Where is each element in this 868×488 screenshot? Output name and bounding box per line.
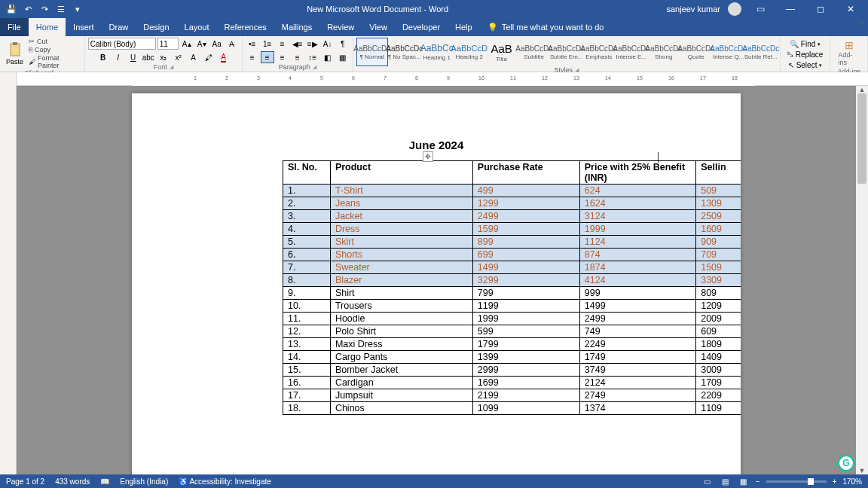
cell-price[interactable]: 1999 bbox=[579, 223, 695, 236]
ruler-horizontal[interactable]: 123456789101112131415161718 bbox=[0, 72, 868, 86]
table-row[interactable]: 15.Bomber Jacket299937493009 bbox=[283, 364, 741, 377]
paste-button[interactable]: Paste bbox=[3, 41, 26, 67]
tab-home[interactable]: Home bbox=[29, 18, 66, 36]
cell-rate[interactable]: 1199 bbox=[472, 300, 579, 313]
cell-selling[interactable]: 3309 bbox=[696, 274, 741, 287]
tab-file[interactable]: File bbox=[0, 18, 29, 36]
dialog-launcher-icon[interactable]: ◢ bbox=[170, 64, 173, 70]
cell-product[interactable]: Cargo Pants bbox=[330, 351, 472, 364]
minimize-icon[interactable]: — bbox=[779, 4, 802, 14]
cell-selling[interactable]: 3009 bbox=[696, 364, 741, 377]
font-color-button[interactable]: A bbox=[217, 51, 231, 63]
header-product[interactable]: Product bbox=[330, 161, 472, 185]
zoom-level[interactable]: 170% bbox=[842, 477, 862, 486]
scroll-up-icon[interactable]: ▲ bbox=[856, 86, 868, 93]
header-selling[interactable]: Sellin bbox=[696, 161, 741, 185]
tell-me-search[interactable]: 💡 Tell me what you want to do bbox=[487, 23, 604, 32]
cell-product[interactable]: Jumpsuit bbox=[330, 389, 472, 402]
numbering-button[interactable]: 1≡ bbox=[261, 38, 274, 50]
table-row[interactable]: 16.Cardigan169921241709 bbox=[283, 377, 741, 389]
cell-sl[interactable]: 16. bbox=[283, 377, 331, 389]
ribbon-display-icon[interactable]: ▭ bbox=[749, 4, 772, 14]
shrink-font-button[interactable]: A▾ bbox=[195, 38, 209, 50]
cell-price[interactable]: 624 bbox=[579, 185, 695, 197]
line-spacing-button[interactable]: ↕≡ bbox=[306, 51, 319, 63]
cell-rate[interactable]: 599 bbox=[472, 325, 579, 338]
bullets-button[interactable]: •≡ bbox=[246, 38, 259, 50]
cell-product[interactable]: Sweater bbox=[330, 261, 472, 274]
style-heading-2[interactable]: AaBbCcDHeading 2 bbox=[454, 38, 485, 66]
cell-selling[interactable]: 909 bbox=[696, 236, 741, 249]
cell-price[interactable]: 3124 bbox=[579, 210, 695, 223]
table-row[interactable]: 18.Chinos109913741109 bbox=[283, 402, 741, 415]
multilevel-list-button[interactable]: ≡ bbox=[276, 38, 289, 50]
table-row[interactable]: 12.Polo Shirt599749609 bbox=[283, 325, 741, 338]
page[interactable]: June 2024 ✥ Sl. No. Product Purchase Rat… bbox=[132, 93, 741, 474]
maximize-icon[interactable]: ◻ bbox=[809, 4, 832, 14]
table-row[interactable]: 14.Cargo Pants139917491409 bbox=[283, 351, 741, 364]
touch-mode-icon[interactable]: ☰ bbox=[56, 4, 66, 14]
zoom-slider[interactable] bbox=[766, 480, 827, 483]
tab-layout[interactable]: Layout bbox=[177, 18, 217, 36]
table-move-handle-icon[interactable]: ✥ bbox=[423, 151, 433, 162]
cut-button[interactable]: ✂Cut bbox=[26, 38, 81, 45]
text-effects-button[interactable]: A bbox=[187, 51, 200, 63]
grow-font-button[interactable]: A▴ bbox=[180, 38, 194, 50]
style--no-spac-[interactable]: AaBbCcDc¶ No Spac... bbox=[389, 38, 420, 66]
cell-product[interactable]: T-Shirt bbox=[330, 185, 472, 197]
addins-button[interactable]: ⊞ Add-ins bbox=[833, 38, 864, 68]
table-row[interactable]: 8.Blazer329941243309 bbox=[283, 274, 741, 287]
redo-icon[interactable]: ↷ bbox=[39, 4, 50, 14]
cell-rate[interactable]: 1699 bbox=[472, 377, 579, 389]
cell-product[interactable]: Maxi Dress bbox=[330, 338, 472, 351]
replace-button[interactable]: ᵇₐReplace bbox=[785, 50, 826, 59]
cell-selling[interactable]: 1209 bbox=[696, 300, 741, 313]
tab-design[interactable]: Design bbox=[136, 18, 176, 36]
cell-sl[interactable]: 2. bbox=[283, 197, 331, 210]
tab-mailings[interactable]: Mailings bbox=[274, 18, 319, 36]
status-page[interactable]: Page 1 of 2 bbox=[6, 477, 44, 486]
tab-view[interactable]: View bbox=[362, 18, 395, 36]
style-subtle-ref-[interactable]: AaBbCcDcSubtle Ref... bbox=[745, 38, 777, 66]
cell-selling[interactable]: 1109 bbox=[696, 402, 741, 415]
cell-rate[interactable]: 499 bbox=[472, 185, 579, 197]
style-intense-q-[interactable]: AaBbCcDcIntense Q... bbox=[713, 38, 744, 66]
cell-sl[interactable]: 4. bbox=[283, 223, 331, 236]
superscript-button[interactable]: x² bbox=[172, 51, 185, 63]
avatar[interactable] bbox=[728, 2, 741, 16]
cell-product[interactable]: Dress bbox=[330, 223, 472, 236]
cell-selling[interactable]: 1409 bbox=[696, 351, 741, 364]
cell-sl[interactable]: 18. bbox=[283, 402, 331, 415]
cell-sl[interactable]: 13. bbox=[283, 338, 331, 351]
product-table[interactable]: Sl. No. Product Purchase Rate Price with… bbox=[283, 160, 741, 415]
cell-price[interactable]: 1499 bbox=[579, 300, 695, 313]
cell-product[interactable]: Hoodie bbox=[330, 313, 472, 325]
subscript-button[interactable]: x₂ bbox=[157, 51, 170, 63]
scroll-down-icon[interactable]: ▼ bbox=[856, 467, 868, 474]
cell-price[interactable]: 1124 bbox=[579, 236, 695, 249]
cell-rate[interactable]: 699 bbox=[472, 249, 579, 261]
style-strong[interactable]: AaBbCcDcStrong bbox=[648, 38, 680, 66]
increase-indent-button[interactable]: ≡▶ bbox=[306, 38, 319, 50]
table-row[interactable]: 17.Jumpsuit219927492209 bbox=[283, 389, 741, 402]
select-button[interactable]: ↖Select▾ bbox=[786, 60, 825, 70]
highlight-button[interactable]: 🖍 bbox=[202, 51, 215, 63]
cell-sl[interactable]: 1. bbox=[283, 185, 331, 197]
tab-help[interactable]: Help bbox=[448, 18, 480, 36]
borders-button[interactable]: ▦ bbox=[336, 51, 350, 63]
cell-price[interactable]: 2749 bbox=[579, 389, 695, 402]
tab-developer[interactable]: Developer bbox=[395, 18, 448, 36]
cell-price[interactable]: 1374 bbox=[579, 402, 695, 415]
cell-product[interactable]: Skirt bbox=[330, 236, 472, 249]
cell-rate[interactable]: 1299 bbox=[472, 197, 579, 210]
bold-button[interactable]: B bbox=[96, 51, 110, 63]
cell-price[interactable]: 1624 bbox=[579, 197, 695, 210]
cell-sl[interactable]: 3. bbox=[283, 210, 331, 223]
tab-insert[interactable]: Insert bbox=[66, 18, 102, 36]
cell-price[interactable]: 1749 bbox=[579, 351, 695, 364]
cell-selling[interactable]: 709 bbox=[696, 249, 741, 261]
table-row[interactable]: 4.Dress159919991609 bbox=[283, 223, 741, 236]
cell-sl[interactable]: 11. bbox=[283, 313, 331, 325]
cell-product[interactable]: Shirt bbox=[330, 287, 472, 300]
style-intense-e-[interactable]: AaBbCcDcIntense E... bbox=[616, 38, 647, 66]
